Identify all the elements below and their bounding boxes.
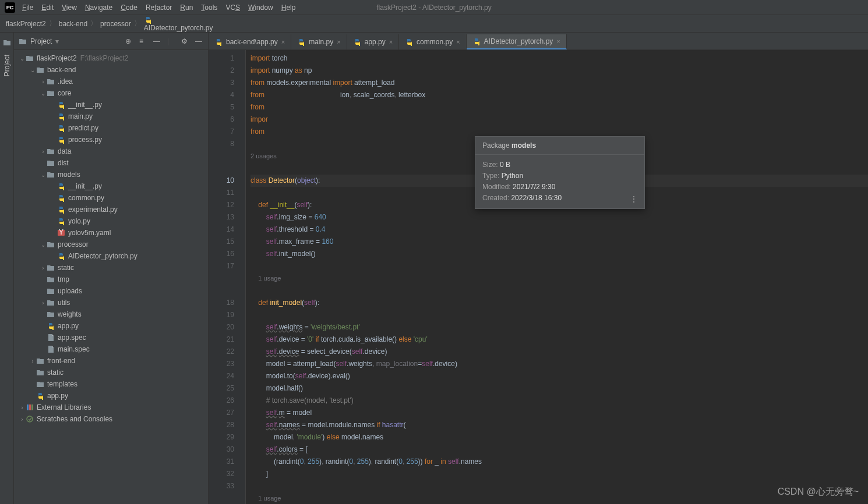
menu-file[interactable]: File (22, 3, 33, 12)
tree-arrow-icon[interactable]: ⌄ (40, 242, 47, 248)
project-toolwin-icon[interactable] (3, 38, 11, 47)
editor-tab[interactable]: main.py× (291, 34, 347, 49)
tree-arrow-icon[interactable]: ⌄ (29, 67, 36, 73)
close-icon[interactable]: × (389, 38, 393, 45)
tree-label: __init__.py (68, 182, 102, 190)
tree-item[interactable]: ›data (14, 145, 208, 157)
breadcrumb-item[interactable]: processor (100, 20, 131, 28)
folder-icon (47, 89, 55, 97)
folder-icon (36, 380, 44, 388)
tree-arrow-icon[interactable]: ⌄ (19, 55, 26, 62)
menu-run[interactable]: Run (180, 3, 193, 12)
tree-item[interactable]: ›static (14, 262, 208, 274)
breadcrumb-item[interactable]: AIDetector_pytorch.py (144, 16, 213, 32)
tree-item[interactable]: ·experimental.py (14, 204, 208, 215)
tree-item[interactable]: ·yolo.py (14, 215, 208, 227)
project-title[interactable]: Project (30, 37, 52, 45)
collapse-all-icon[interactable]: — (153, 37, 161, 45)
tree-item[interactable]: ›utils (14, 297, 208, 308)
tree-label: models (58, 171, 80, 179)
tooltip-more-icon[interactable]: ⋮ (630, 194, 638, 204)
editor-tab[interactable]: back-end\app.py× (209, 34, 291, 49)
tree-item[interactable]: ›front-end (14, 355, 208, 367)
menu-help[interactable]: Help (281, 3, 296, 12)
menu-tools[interactable]: Tools (201, 3, 217, 12)
project-view-icon[interactable] (19, 37, 27, 45)
menu-code[interactable]: Code (121, 3, 137, 12)
expand-all-icon[interactable]: ≡ (139, 37, 147, 45)
fold-gutter[interactable] (239, 50, 246, 504)
tree-label: External Libraries (37, 403, 91, 411)
tree-item[interactable]: ·weights (14, 308, 208, 320)
tree-item[interactable]: ·common.py (14, 192, 208, 204)
breadcrumb-item[interactable]: back-end (59, 20, 87, 28)
editor-tab[interactable]: app.py× (347, 34, 399, 49)
tree-item[interactable]: ⌄back-end (14, 64, 208, 76)
tree-arrow-icon[interactable]: › (19, 416, 26, 423)
tree-arrow-icon[interactable]: › (40, 148, 47, 155)
tree-item[interactable]: ·predict.py (14, 122, 208, 134)
tree-item[interactable]: ·main.py (14, 111, 208, 122)
tree-label: app.spec (58, 333, 86, 342)
watermark: CSDN @心无旁骛~ (778, 486, 859, 498)
tree-arrow-icon[interactable]: › (19, 404, 26, 411)
menu-view[interactable]: View (62, 3, 77, 12)
tree-item[interactable]: ›.idea (14, 76, 208, 87)
tree-item[interactable]: ·app.py (14, 390, 208, 402)
tree-label: app.py (47, 392, 68, 400)
select-opened-icon[interactable]: ⊕ (125, 37, 133, 45)
tree-arrow-icon[interactable]: › (40, 79, 47, 85)
menu-edit[interactable]: Edit (41, 3, 54, 12)
tree-label: back-end (47, 66, 76, 74)
close-icon[interactable]: × (281, 38, 285, 45)
editor-tab[interactable]: AIDetector_pytorch.py× (467, 34, 567, 49)
tree-item[interactable]: ·__init__.py (14, 99, 208, 111)
tree-item[interactable]: ·static (14, 367, 208, 378)
close-icon[interactable]: × (556, 38, 560, 45)
project-tree[interactable]: ⌄flaskProject2F:\flaskProject2⌄back-end›… (14, 50, 208, 504)
tree-item[interactable]: ⌄models (14, 169, 208, 180)
py-icon (57, 205, 65, 214)
tree-item[interactable]: ·tmp (14, 274, 208, 285)
tree-item[interactable]: ·AIDetector_pytorch.py (14, 250, 208, 262)
tree-label: weights (58, 310, 82, 318)
code-content[interactable]: import torchimport numpy as npfrom model… (246, 50, 868, 504)
menu-navigate[interactable]: Navigate (85, 3, 112, 12)
code-area[interactable]: 1234567810111213141516171819202122232425… (209, 50, 868, 504)
tree-item[interactable]: ·dist (14, 157, 208, 169)
breadcrumb-item[interactable]: flaskProject2 (6, 20, 46, 28)
menu-vcs[interactable]: VCS (225, 3, 240, 12)
close-icon[interactable]: × (456, 38, 460, 45)
tree-item[interactable]: ⌄flaskProject2F:\flaskProject2 (14, 52, 208, 64)
tree-item[interactable]: ›Scratches and Consoles (14, 413, 208, 425)
tree-item[interactable]: ·uploads (14, 285, 208, 297)
tree-item[interactable]: ⌄processor (14, 239, 208, 250)
tree-item[interactable]: ·__init__.py (14, 180, 208, 192)
tree-label: processor (58, 240, 89, 249)
settings-icon[interactable]: ⚙ (181, 37, 189, 45)
tree-item[interactable]: ·main.spec (14, 343, 208, 355)
tree-item[interactable]: ·app.py (14, 320, 208, 332)
tree-item[interactable]: ·process.py (14, 134, 208, 145)
menu-refactor[interactable]: Refactor (146, 3, 172, 12)
project-toolwin-label[interactable]: Project (3, 51, 11, 80)
close-icon[interactable]: × (337, 38, 340, 45)
tree-arrow-icon[interactable]: ⌄ (40, 90, 47, 97)
tree-item[interactable]: ·templates (14, 378, 208, 390)
tree-item[interactable]: ·yolov5m.yaml (14, 227, 208, 239)
tree-arrow-icon[interactable]: › (40, 265, 47, 271)
hide-icon[interactable]: — (195, 37, 203, 45)
tree-item[interactable]: ⌄core (14, 87, 208, 99)
tree-arrow-icon[interactable]: › (29, 358, 36, 364)
app-logo: PC (5, 2, 15, 13)
menu-window[interactable]: Window (248, 3, 273, 12)
tree-arrow-icon[interactable]: ⌄ (40, 172, 47, 178)
tree-item[interactable]: ·app.spec (14, 332, 208, 343)
left-gutter: Project (0, 33, 14, 504)
folder-icon (47, 299, 55, 307)
tree-arrow-icon[interactable]: › (40, 300, 47, 306)
editor-tab[interactable]: common.py× (399, 34, 466, 49)
dropdown-icon[interactable]: ▾ (55, 37, 59, 45)
tree-label: dist (58, 159, 69, 167)
tree-item[interactable]: ›External Libraries (14, 402, 208, 413)
